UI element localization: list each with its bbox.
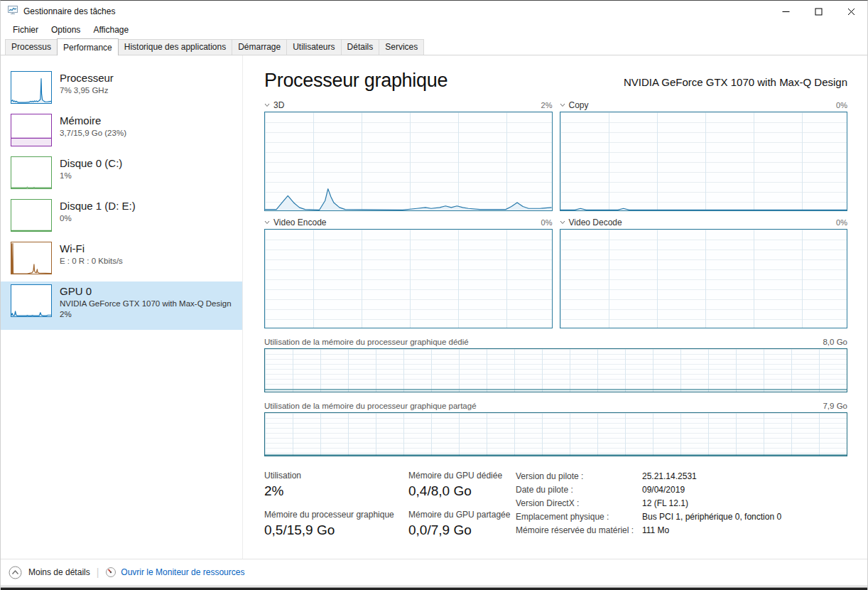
- tab-bar: Processus Performance Historique des app…: [1, 38, 867, 55]
- sidebar-gpu0-title: GPU 0: [60, 284, 232, 298]
- chevron-down-icon[interactable]: [560, 220, 565, 225]
- driver-date-label: Date du pilote :: [516, 485, 642, 495]
- chart-value-copy: 0%: [836, 101, 847, 109]
- tab-details[interactable]: Détails: [341, 39, 380, 55]
- stat-dedicated-label: Mémoire du GPU dédiée: [408, 471, 516, 481]
- open-resource-monitor-link[interactable]: Ouvrir le Moniteur de ressources: [105, 567, 244, 578]
- sidebar-item-disk0[interactable]: Disque 0 (C:) 1%: [1, 154, 242, 196]
- sidebar-item-wifi[interactable]: Wi-Fi E : 0 R : 0 Kbits/s: [1, 239, 242, 281]
- chart-video-encode: [264, 229, 553, 328]
- performance-sidebar: Processeur 7% 3,95 GHz Mémoire 3,7/15,9 …: [1, 55, 243, 559]
- chart-label-video-encode: Video Encode: [273, 218, 327, 227]
- stat-gpu-memory-label: Mémoire du processeur graphique: [264, 510, 408, 520]
- chart-label-3d: 3D: [273, 100, 284, 110]
- gpu0-sparkline: [11, 284, 52, 317]
- chart-label-video-decode: Video Decode: [569, 218, 622, 227]
- driver-details: Version du pilote : 25.21.14.2531 Date d…: [516, 471, 781, 549]
- dedicated-memory-max: 8,0 Go: [823, 338, 847, 346]
- dedicated-memory-label: Utilisation de la mémoire du processeur …: [264, 338, 469, 346]
- chart-copy: [560, 112, 848, 211]
- close-button[interactable]: [835, 1, 867, 22]
- driver-version-label: Version du pilote :: [516, 471, 642, 481]
- chevron-down-icon[interactable]: [264, 220, 270, 225]
- stat-shared-label: Mémoire du GPU partagée: [408, 510, 516, 520]
- tab-performance[interactable]: Performance: [57, 38, 119, 55]
- sidebar-memory-title: Mémoire: [60, 114, 126, 127]
- shared-memory-max: 7,9 Go: [823, 402, 847, 410]
- sidebar-item-cpu[interactable]: Processeur 7% 3,95 GHz: [1, 68, 242, 111]
- sidebar-disk0-subtitle: 1%: [60, 171, 122, 181]
- maximize-button[interactable]: [802, 1, 835, 22]
- tab-historique-applications[interactable]: Historique des applications: [118, 39, 232, 55]
- tab-demarrage[interactable]: Démarrage: [232, 39, 287, 55]
- shared-memory-label: Utilisation de la mémoire du processeur …: [264, 402, 477, 410]
- gpu-model-name: NVIDIA GeForce GTX 1070 with Max-Q Desig…: [624, 76, 847, 92]
- tab-utilisateurs[interactable]: Utilisateurs: [286, 39, 341, 55]
- window-controls: [769, 1, 867, 22]
- minimize-button[interactable]: [769, 1, 802, 22]
- sidebar-item-gpu0[interactable]: GPU 0 NVIDIA GeForce GTX 1070 with Max-Q…: [1, 281, 242, 330]
- stat-shared-value: 0,0/7,9 Go: [408, 522, 516, 538]
- chart-3d: [264, 112, 553, 211]
- menu-fichier[interactable]: Fichier: [6, 23, 45, 36]
- performance-content: Processeur 7% 3,95 GHz Mémoire 3,7/15,9 …: [1, 55, 867, 559]
- chart-label-copy: Copy: [569, 100, 589, 110]
- directx-version-value: 12 (FL 12.1): [642, 498, 688, 508]
- chevron-down-icon[interactable]: [560, 103, 565, 107]
- sidebar-item-memory[interactable]: Mémoire 3,7/15,9 Go (23%): [1, 111, 242, 154]
- physical-location-value: Bus PCI 1, périphérique 0, fonction 0: [642, 512, 781, 522]
- less-details-button[interactable]: Moins de détails: [9, 566, 90, 579]
- task-manager-window: Gestionnaire des tâches Fichier Options …: [0, 0, 868, 590]
- reserved-memory-label: Mémoire réservée du matériel :: [516, 525, 642, 535]
- sidebar-disk1-title: Disque 1 (D: E:): [60, 199, 136, 213]
- chart-value-3d: 2%: [541, 101, 553, 109]
- menu-options[interactable]: Options: [45, 23, 87, 36]
- sidebar-cpu-title: Processeur: [60, 71, 114, 85]
- driver-version-value: 25.21.14.2531: [642, 471, 697, 481]
- menu-affichage[interactable]: Affichage: [87, 23, 135, 36]
- chart-video-decode: [560, 229, 848, 328]
- stat-utilisation-value: 2%: [264, 483, 408, 499]
- sidebar-disk0-title: Disque 0 (C:): [60, 156, 122, 170]
- wifi-sparkline: [11, 242, 52, 274]
- sidebar-gpu0-subtitle: NVIDIA GeForce GTX 1070 with Max-Q Desig…: [60, 299, 232, 309]
- title-bar: Gestionnaire des tâches: [1, 1, 867, 22]
- gpu-engine-charts: 3D 2% Copy 0%: [264, 100, 847, 328]
- chart-shared-memory: [264, 412, 847, 456]
- page-title: Processeur graphique: [264, 70, 447, 92]
- cpu-sparkline: [11, 71, 52, 104]
- sidebar-memory-subtitle: 3,7/15,9 Go (23%): [60, 129, 126, 138]
- menu-bar: Fichier Options Affichage: [1, 22, 867, 38]
- disk0-sparkline: [11, 156, 52, 189]
- sidebar-item-disk1[interactable]: Disque 1 (D: E:) 0%: [1, 196, 242, 239]
- physical-location-label: Emplacement physique :: [516, 512, 642, 522]
- sidebar-gpu0-usage: 2%: [60, 310, 232, 319]
- disk1-sparkline: [11, 199, 52, 232]
- chevron-down-icon[interactable]: [264, 103, 270, 107]
- sidebar-wifi-subtitle: E : 0 R : 0 Kbits/s: [60, 257, 123, 266]
- sidebar-wifi-title: Wi-Fi: [60, 242, 123, 255]
- stat-gpu-memory-value: 0,5/15,9 Go: [264, 522, 408, 538]
- chevron-up-circle-icon: [9, 566, 22, 579]
- resource-monitor-icon: [105, 567, 116, 578]
- window-title: Gestionnaire des tâches: [23, 6, 115, 16]
- directx-version-label: Version DirectX :: [516, 498, 642, 508]
- sidebar-disk1-subtitle: 0%: [60, 214, 136, 223]
- stat-dedicated-value: 0,4/8,0 Go: [408, 483, 516, 499]
- sidebar-cpu-subtitle: 7% 3,95 GHz: [60, 86, 114, 95]
- tab-services[interactable]: Services: [379, 39, 424, 55]
- window-bottom-edge: [1, 585, 867, 590]
- memory-sparkline: [11, 114, 52, 146]
- tab-processus[interactable]: Processus: [5, 39, 58, 55]
- gpu-detail-panel: Processeur graphique NVIDIA GeForce GTX …: [243, 55, 867, 559]
- gpu-stats: Utilisation 2% Mémoire du processeur gra…: [264, 471, 847, 549]
- chart-dedicated-memory: [264, 348, 847, 392]
- footer-separator: |: [97, 567, 99, 578]
- stat-utilisation-label: Utilisation: [264, 471, 408, 481]
- reserved-memory-value: 111 Mo: [642, 525, 669, 535]
- footer-bar: Moins de détails | Ouvrir le Moniteur de…: [1, 559, 867, 585]
- app-icon: [7, 4, 18, 18]
- driver-date-value: 09/04/2019: [642, 485, 685, 495]
- chart-value-video-encode: 0%: [541, 218, 553, 227]
- chart-value-video-decode: 0%: [836, 218, 847, 227]
